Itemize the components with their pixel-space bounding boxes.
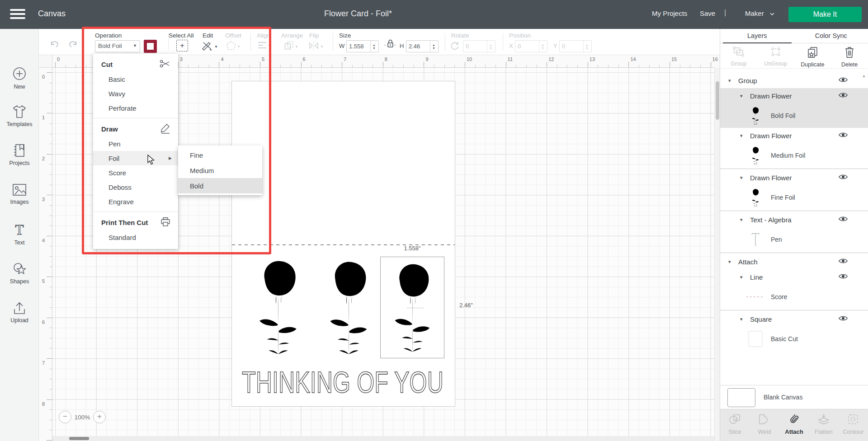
visibility-eye-icon[interactable] — [838, 131, 848, 140]
menu-item-foil[interactable]: Foil▶ — [93, 151, 178, 165]
layers-divider — [720, 310, 868, 310]
visibility-eye-icon[interactable] — [838, 92, 848, 100]
contour-icon — [847, 419, 859, 427]
layer-row-drawn-flower[interactable]: ▾Drawn Flower — [720, 170, 868, 185]
undo-icon[interactable] — [49, 39, 60, 52]
ungroup-icon — [769, 52, 782, 59]
select-all-icon[interactable]: + — [176, 40, 188, 52]
layer-row-drawn-flower[interactable]: ▾Drawn Flower — [720, 128, 868, 143]
expand-caret-icon[interactable]: ▾ — [740, 316, 745, 322]
edit-tools-icon[interactable]: ▼ — [201, 40, 218, 53]
vertical-scrollbar[interactable] — [714, 68, 720, 441]
save-link[interactable]: Save — [700, 9, 715, 17]
zoom-out-button[interactable]: − — [59, 411, 71, 423]
layer-row-drawn-flower[interactable]: ▾Drawn Flower — [720, 88, 868, 103]
duplicate-button-label: Duplicate — [794, 61, 831, 68]
tab-color-sync[interactable]: Color Sync — [794, 29, 868, 43]
expand-caret-icon[interactable]: ▾ — [740, 217, 745, 223]
height-input[interactable] — [406, 41, 430, 52]
menu-item-wavy[interactable]: Wavy — [93, 86, 178, 101]
menu-item-pen[interactable]: Pen — [93, 136, 178, 151]
flower-medium-thumbnail — [746, 145, 764, 165]
h-ruler-number: 7 — [344, 56, 346, 62]
make-it-button[interactable]: Make It — [788, 7, 862, 22]
layer-sub-label: Basic Cut — [771, 335, 798, 342]
duplicate-button[interactable]: Duplicate — [794, 43, 831, 68]
submenu-item-medium[interactable]: Medium — [178, 163, 262, 178]
card-text-object[interactable]: THINKING OF YOU — [241, 365, 445, 399]
sidebar-item-label: Text — [0, 239, 39, 246]
height-stepper[interactable]: ▲▼ — [430, 41, 437, 52]
left-sidebar: NewTemplatesProjectsImagesTTextShapesUpl… — [0, 29, 39, 441]
attach-tool-button[interactable]: Attach — [779, 409, 809, 441]
flower-medium-foil[interactable] — [318, 254, 379, 360]
layer-sub-row-basic-cut[interactable]: Basic Cut — [720, 327, 868, 351]
layer-row-line[interactable]: ▾Line — [720, 269, 868, 285]
h-ruler-number: 13 — [590, 56, 595, 62]
submenu-item-bold[interactable]: Bold — [178, 178, 262, 193]
vertical-scroll-thumb[interactable] — [716, 81, 719, 120]
upload-icon — [0, 301, 39, 315]
attach-tool-label: Attach — [779, 428, 809, 435]
visibility-eye-icon[interactable] — [838, 216, 848, 224]
layer-sub-row-fine-foil[interactable]: Fine Foil — [720, 185, 868, 210]
v-ruler-number: 0 — [42, 74, 45, 80]
expand-caret-icon[interactable]: ▾ — [740, 175, 745, 181]
width-stepper[interactable]: ▲▼ — [370, 41, 377, 52]
visibility-eye-icon[interactable] — [838, 258, 848, 266]
menu-item-label: Basic — [108, 75, 125, 83]
visibility-eye-icon[interactable] — [838, 76, 848, 84]
sidebar-item-images[interactable]: Images — [0, 183, 39, 205]
panel-scroll-up-icon[interactable]: ▲ — [862, 73, 866, 78]
flower-fine-foil[interactable] — [244, 253, 313, 360]
delete-button[interactable]: Delete — [831, 43, 868, 68]
menu-item-score[interactable]: Score — [93, 165, 178, 180]
sidebar-item-shapes[interactable]: Shapes — [0, 261, 39, 285]
menu-item-perforate[interactable]: Perforate — [93, 101, 178, 115]
menu-item-basic[interactable]: Basic — [93, 72, 178, 86]
visibility-eye-icon[interactable] — [838, 174, 848, 182]
sidebar-item-text[interactable]: TText — [0, 222, 39, 246]
operation-dropdown[interactable]: Bold Foil▼ — [95, 40, 140, 52]
visibility-eye-icon[interactable] — [838, 315, 848, 323]
machine-selector[interactable]: Maker — [745, 9, 776, 18]
menu-item-deboss[interactable]: Deboss — [93, 180, 178, 194]
y-stepper: ▲▼ — [583, 41, 590, 52]
hamburger-menu-icon[interactable] — [10, 9, 25, 20]
layer-row-group[interactable]: ▾Group — [720, 73, 868, 88]
my-projects-link[interactable]: My Projects — [652, 9, 687, 17]
layer-row-square[interactable]: ▾Square — [720, 311, 868, 327]
zoom-in-button[interactable]: + — [93, 411, 106, 423]
expand-caret-icon[interactable]: ▾ — [728, 259, 734, 265]
operation-color-chip[interactable] — [144, 40, 157, 53]
expand-caret-icon[interactable]: ▾ — [740, 133, 745, 139]
width-input[interactable] — [347, 41, 370, 52]
layer-sub-row-medium-foil[interactable]: Medium Foil — [720, 143, 868, 168]
visibility-eye-icon[interactable] — [838, 273, 848, 281]
layer-row-attach[interactable]: ▾Attach — [720, 254, 868, 269]
menu-item-label: Standard — [108, 234, 136, 241]
tab-layers[interactable]: Layers — [720, 29, 794, 43]
layer-sub-row-pen[interactable]: Pen — [720, 227, 868, 252]
expand-caret-icon[interactable]: ▾ — [740, 93, 745, 99]
layer-row-text-algebra[interactable]: ▾Text - Algebra — [720, 212, 868, 227]
lock-aspect-icon[interactable] — [383, 37, 397, 52]
sidebar-item-templates[interactable]: Templates — [0, 104, 39, 127]
menu-item-standard[interactable]: Standard — [93, 230, 178, 244]
svg-text:THINKING OF YOU: THINKING OF YOU — [242, 366, 443, 399]
menu-item-engrave[interactable]: Engrave — [93, 194, 178, 209]
layer-sub-row-score[interactable]: Score — [720, 285, 868, 309]
sidebar-item-upload[interactable]: Upload — [0, 301, 39, 324]
horizontal-scrollbar[interactable] — [52, 436, 714, 441]
layer-sub-row-bold-foil[interactable]: Bold Foil — [720, 103, 868, 128]
horizontal-scroll-thumb[interactable] — [69, 437, 89, 440]
sidebar-item-new[interactable]: New — [0, 66, 39, 90]
sidebar-item-projects[interactable]: Projects — [0, 143, 39, 166]
expand-caret-icon[interactable]: ▾ — [728, 78, 734, 84]
h-ruler-number: 8 — [385, 56, 387, 62]
selection-width-label: 1.558" — [381, 245, 444, 252]
redo-icon[interactable] — [68, 39, 79, 52]
blank-canvas-swatch[interactable] — [727, 388, 755, 407]
expand-caret-icon[interactable]: ▾ — [740, 274, 745, 280]
submenu-item-fine[interactable]: Fine — [178, 147, 262, 163]
